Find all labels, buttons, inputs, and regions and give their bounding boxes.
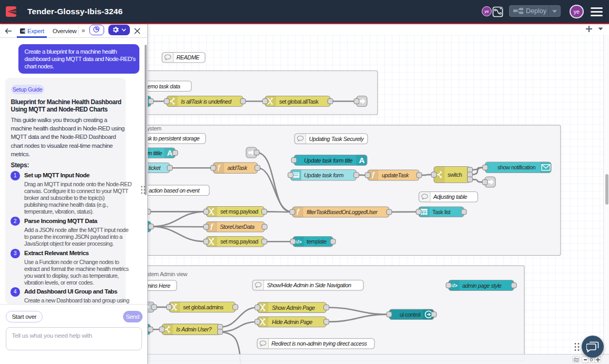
svg-text:ui control: ui control [400,311,420,318]
svg-text:Hide Admin Page: Hide Admin Page [272,319,312,325]
svg-text:Add Admins Here: Add Admins Here [148,282,170,289]
svg-text:updateTask: updateTask [382,172,409,178]
svg-text:Updating Task Securely: Updating Task Securely [309,136,364,142]
svg-text:set msg.payload: set msg.payload [220,238,258,245]
svg-text:set msg.payload: set msg.payload [220,208,258,215]
svg-text:Show Admin Page: Show Admin Page [272,305,315,311]
svg-text:admin page style: admin page style [462,282,502,289]
svg-text:Task list: Task list [432,209,451,215]
svg-text:A: A [167,148,173,157]
svg-text:Update task form: Update task form [304,172,343,178]
svg-text:template: template [307,238,327,245]
svg-text:Adjusting table: Adjusting table [433,194,468,200]
svg-text:StoreUserData: StoreUserData [220,224,255,230]
svg-text:Show/Hide Admin in Side Naviga: Show/Hide Admin in Side Navigation [267,282,352,288]
svg-text:Is allTask is undefined: Is allTask is undefined [181,98,232,105]
svg-text:Demo task data: Demo task data [148,83,180,89]
svg-text:Task management system Admin v: Task management system Admin view [148,271,188,277]
svg-text:filterTaskBasedOnLoggedUser: filterTaskBasedOnLoggedUser [307,209,378,215]
svg-text:Save task to persistent storag: Save task to persistent storage [148,135,200,141]
svg-text:Is Admin User?: Is Admin User? [176,326,212,332]
svg-text:Redirect is non-admin trying d: Redirect is non-admin trying direct acce… [271,340,368,347]
svg-text:set global.allTask: set global.allTask [279,98,319,105]
svg-text:show notification: show notification [498,164,536,170]
svg-text:Add ticket: Add ticket [148,165,161,171]
svg-text:Add task form titile: Add task form titile [148,150,162,156]
svg-text:Task management system: Task management system [148,125,161,132]
svg-text:switch: switch [448,171,462,178]
svg-text:A: A [359,156,365,165]
svg-text:Update task form title: Update task form title [304,157,353,164]
svg-text:set global.admins: set global.admins [183,304,224,310]
svg-text:addTask: addTask [228,165,248,171]
svg-text:README: README [177,54,200,60]
svg-text:Take action based on event: Take action based on event [148,187,200,194]
